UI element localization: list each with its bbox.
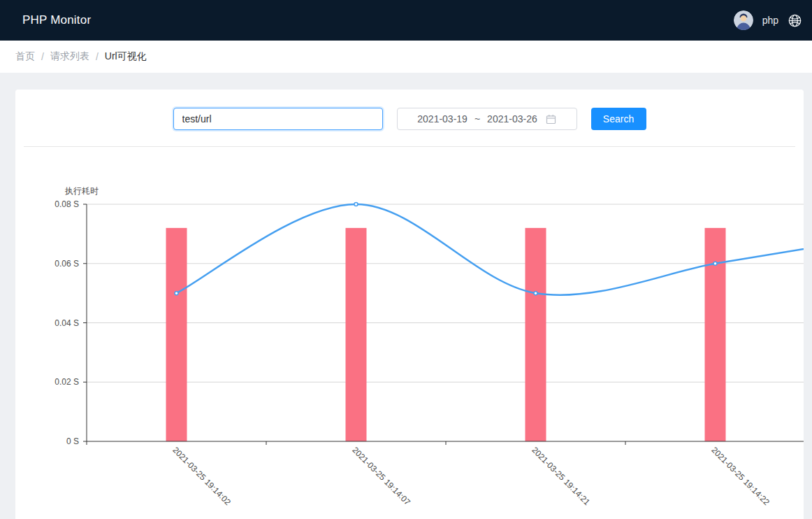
search-button[interactable]: Search bbox=[591, 108, 646, 130]
y-gridlines bbox=[87, 204, 804, 382]
app-header: PHP Monitor php bbox=[0, 0, 812, 41]
x-tick-label: 2021-03-25 19:14:07 bbox=[350, 445, 412, 507]
line-markers bbox=[175, 203, 717, 295]
app-title: PHP Monitor bbox=[22, 13, 91, 27]
y-tick-label: 0.02 S bbox=[55, 377, 79, 387]
axes bbox=[83, 204, 804, 445]
user-avatar-icon[interactable] bbox=[734, 10, 753, 30]
header-right-cluster: php bbox=[734, 10, 802, 30]
date-range-picker[interactable]: 2021-03-19 ~ 2021-03-26 bbox=[397, 108, 577, 130]
breadcrumb-separator: / bbox=[96, 51, 99, 62]
breadcrumb-separator: / bbox=[41, 51, 44, 62]
x-tick-label: 2021-03-25 19:14:21 bbox=[530, 445, 592, 507]
y-tick-label: 0 S bbox=[66, 436, 79, 446]
chart-svg[interactable]: 0 S0.02 S0.04 S0.06 S0.08 S执行耗时2021-03-2… bbox=[15, 159, 804, 519]
calendar-icon bbox=[544, 114, 556, 125]
breadcrumb-home[interactable]: 首页 bbox=[15, 50, 35, 63]
globe-icon[interactable] bbox=[788, 13, 802, 28]
axis-labels: 0 S0.02 S0.04 S0.06 S0.08 S执行耗时2021-03-2… bbox=[55, 186, 771, 507]
date-range-separator: ~ bbox=[474, 113, 480, 125]
y-tick-label: 0.06 S bbox=[55, 259, 79, 269]
y-axis-title: 执行耗时 bbox=[64, 186, 99, 196]
content-card: 2021-03-19 ~ 2021-03-26 Search 0 S0.02 S… bbox=[15, 90, 804, 519]
bar-series bbox=[166, 228, 726, 441]
x-tick-label: 2021-03-25 19:14:22 bbox=[709, 445, 771, 507]
breadcrumb-current-page: Url可视化 bbox=[105, 50, 147, 63]
date-end-value: 2021-03-26 bbox=[487, 113, 537, 125]
breadcrumb: 首页 / 请求列表 / Url可视化 bbox=[0, 41, 812, 73]
x-tick-label: 2021-03-25 19:14:02 bbox=[171, 445, 233, 507]
url-search-input[interactable] bbox=[173, 108, 383, 130]
date-start-value: 2021-03-19 bbox=[417, 113, 467, 125]
form-chart-divider bbox=[24, 146, 795, 147]
username-label[interactable]: php bbox=[762, 15, 778, 26]
y-tick-label: 0.08 S bbox=[55, 199, 79, 209]
breadcrumb-request-list[interactable]: 请求列表 bbox=[50, 50, 89, 63]
search-form: 2021-03-19 ~ 2021-03-26 Search bbox=[15, 90, 804, 130]
y-tick-label: 0.04 S bbox=[55, 318, 79, 328]
